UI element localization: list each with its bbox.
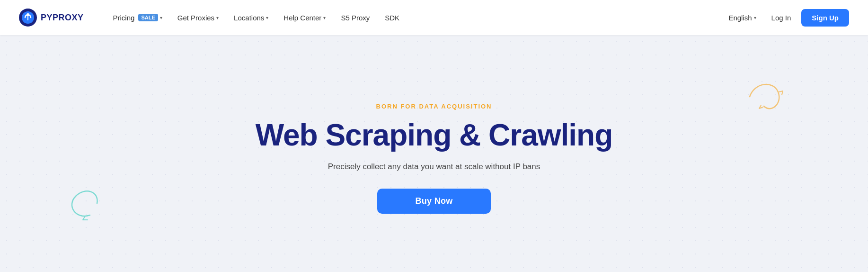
language-selector[interactable]: English ▾ [724, 10, 761, 26]
nav-label-pricing: Pricing [113, 14, 135, 22]
hero-tag: BORN FOR DATA ACQUISITION [256, 103, 613, 110]
nav-label-s5-proxy: S5 Proxy [341, 14, 370, 22]
sale-badge: SALE [138, 14, 158, 21]
nav-label-help-center: Help Center [283, 14, 321, 22]
doodle-right-icon [745, 78, 792, 116]
chevron-down-icon: ▾ [754, 15, 756, 20]
login-button[interactable]: Log In [765, 10, 798, 26]
hero-title: Web Scraping & Crawling [256, 118, 613, 152]
nav-item-locations[interactable]: Locations ▾ [227, 10, 275, 26]
chevron-down-icon: ▾ [160, 15, 162, 20]
nav-item-s5-proxy[interactable]: S5 Proxy [334, 10, 376, 26]
nav-right: English ▾ Log In Sign Up [724, 9, 849, 27]
hero-content: BORN FOR DATA ACQUISITION Web Scraping &… [256, 103, 613, 214]
nav-label-locations: Locations [234, 14, 264, 22]
login-label: Log In [771, 14, 791, 22]
signup-button[interactable]: Sign Up [801, 9, 849, 27]
nav-label-get-proxies: Get Proxies [177, 14, 214, 22]
chevron-down-icon: ▾ [323, 15, 326, 20]
language-label: English [728, 14, 752, 22]
logo-link[interactable]: PYPROXY [19, 9, 84, 27]
nav-item-pricing[interactable]: Pricing SALE ▾ [106, 10, 169, 26]
logo-text: PYPROXY [41, 13, 84, 23]
doodle-left-icon [62, 182, 114, 225]
nav-links: Pricing SALE ▾ Get Proxies ▾ Locations ▾… [106, 10, 724, 26]
nav-item-sdk[interactable]: SDK [378, 10, 406, 26]
nav-item-help-center[interactable]: Help Center ▾ [277, 10, 332, 26]
chevron-down-icon: ▾ [266, 15, 268, 20]
chevron-down-icon: ▾ [216, 15, 219, 20]
nav-item-get-proxies[interactable]: Get Proxies ▾ [171, 10, 225, 26]
logo-icon [19, 9, 37, 27]
buy-now-button[interactable]: Buy Now [377, 189, 490, 214]
hero-subtitle: Precisely collect any data you want at s… [256, 162, 613, 172]
hero-section: BORN FOR DATA ACQUISITION Web Scraping &… [0, 35, 868, 272]
nav-label-sdk: SDK [385, 14, 399, 22]
navbar: PYPROXY Pricing SALE ▾ Get Proxies ▾ Loc… [0, 0, 868, 35]
